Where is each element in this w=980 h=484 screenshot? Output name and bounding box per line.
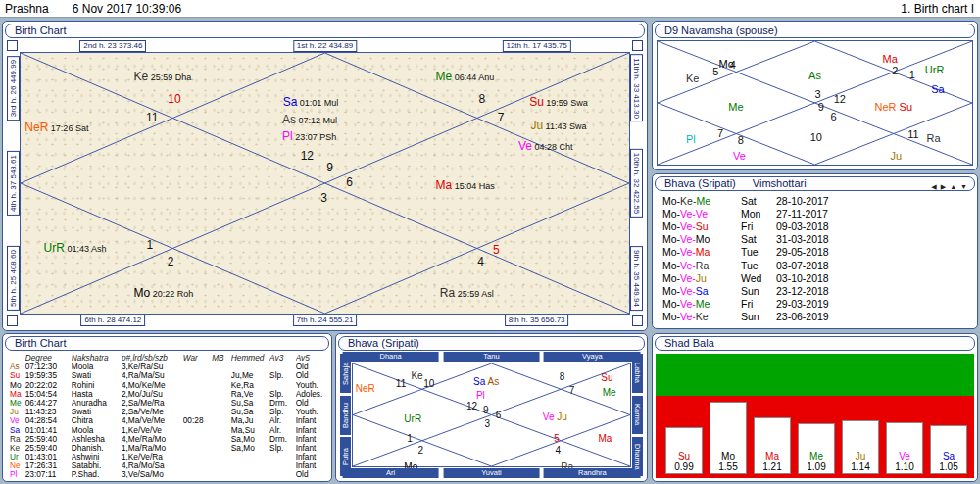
house-number: 6 <box>346 176 353 188</box>
north-chart-lines-icon <box>658 41 972 165</box>
dasha-row[interactable]: Mo-Ve-VeMon27-11-2017 <box>656 207 974 219</box>
panel-planet-table: Birth Chart DegreeNakshatrap#,lrd/sb/szb… <box>2 333 332 482</box>
shadbala-bar: Mo1.55 <box>710 402 747 474</box>
table-row: Ve04:28:54Chitra4,Ma/Ve/Me00:28Ma,JuAlr.… <box>6 416 328 425</box>
house-number: 10 <box>168 93 180 105</box>
planet-label: Ke <box>411 366 422 382</box>
shadbala-bar: Ju1.14 <box>842 420 879 474</box>
planet-label: Me 06:44 Anu <box>436 68 495 83</box>
planet-label: UrR <box>925 61 945 76</box>
dasha-row[interactable]: Mo-Ke-MeSat28-10-2017 <box>656 194 974 207</box>
vimshottari-title: Bhava (Sripati) Vimshottari ◀▶▲▼ <box>655 176 975 191</box>
shadbala-bar-planet: Sa <box>943 451 955 461</box>
shadbala-bar: Sa1.05 <box>930 425 967 474</box>
dasha-row[interactable]: Mo-Ve-RaTue03-07-2018 <box>656 259 974 271</box>
dasha-date: 09-03-2018 <box>776 220 829 232</box>
dasha-row[interactable]: Mo-Ve-SaSun23-12-2018 <box>656 284 974 297</box>
shadbala-bar-value: 1.21 <box>762 461 781 473</box>
shadbala-bar-planet: Ma <box>765 451 779 461</box>
bhava-house-label: Vyaya <box>544 352 641 362</box>
table-row: Pl23:07:11P.Shad.3,Ve/Sa/MoOld <box>6 470 328 478</box>
planet-label: Ra <box>926 129 940 145</box>
house-number: 2 <box>892 66 898 76</box>
table-row: Me06:44:27Anuradha2,Sa/Me/RaSu,SaDrm.Old <box>6 399 328 408</box>
chart-selector[interactable]: 1. Birth chart I <box>901 2 974 16</box>
dasha-row[interactable]: Mo-Ve-JuWed03-10-2018 <box>656 271 974 284</box>
d9-title: D9 Navamsha (spouse) <box>655 24 975 38</box>
house-number: 8 <box>560 372 565 382</box>
planet-label: As 07:12 Mul <box>282 111 337 126</box>
dasha-row[interactable]: Mo-Ve-MaTue29-05-2018 <box>656 246 974 259</box>
planet-label: As <box>808 67 821 82</box>
north-chart-lines-icon <box>21 53 629 314</box>
dasha-row[interactable]: Mo-Ve-SuFri09-03-2018 <box>656 219 974 232</box>
panel-d9-navamsha: D9 Navamsha (spouse) MoKe54Ma21UrRSaAs31… <box>652 21 978 170</box>
dasha-date: 29-05-2018 <box>776 246 829 258</box>
birth-chart-title-text: Birth Chart <box>15 24 67 36</box>
dasha-row[interactable]: Mo-Ve-KeSun23-06-2019 <box>656 311 974 323</box>
dasha-scroll-left-icon[interactable]: ◀ <box>929 179 938 191</box>
dasha-scroll-down-icon[interactable]: ▼ <box>958 179 969 191</box>
dasha-day: Fri <box>741 220 776 232</box>
dasha-date: 03-10-2018 <box>776 272 829 284</box>
bhava-house-label: Putra <box>340 437 351 476</box>
house-number: 4 <box>730 60 736 71</box>
bhava-house-label: Dhana <box>342 352 439 362</box>
dasha-scroll-up-icon[interactable]: ▲ <box>948 179 958 191</box>
panel-vimshottari-dasha: Bhava (Sripati) Vimshottari ◀▶▲▼ Mo-Ke-M… <box>652 173 978 329</box>
planet-label: Su 19:59 Swa <box>529 93 588 109</box>
birth-chart-canvas[interactable]: Ke 25:59 Dha1011NeR 17:26 SatSa 01:01 Mu… <box>20 52 630 315</box>
dasha-lords: Mo-Ve-Ma <box>662 246 741 258</box>
panel-shadbala: Shad Bala Su0.99Mo1.55Ma1.21Me1.09Ju1.14… <box>652 333 978 482</box>
house-number: 7 <box>717 128 723 139</box>
bhava-house-label: Tanu <box>443 352 540 362</box>
vimshottari-title-text: Bhava (Sripati) <box>664 177 736 189</box>
dasha-row[interactable]: Mo-Ve-MoSat31-03-2018 <box>656 233 974 246</box>
shadbala-bar: Ve1.10 <box>886 422 923 474</box>
bhava-chart-frame: Ke1011NeRSa AsPl129638SuMe7UrRVe JuMa12M… <box>340 352 643 478</box>
bhava-chart-canvas[interactable]: Ke1011NeRSa AsPl129638SuMe7UrRVe JuMa12M… <box>352 363 631 467</box>
house-cusp-label: 5th h. 25 408.60 <box>7 246 20 311</box>
dasha-lords: Mo-Ve-Sa <box>662 285 741 297</box>
house-cusp-label: 4th h. 37 543.61 <box>7 151 20 216</box>
house-number: 4 <box>477 256 484 267</box>
chart-corner-box <box>632 40 643 51</box>
planet-label: Ma <box>598 429 612 445</box>
dasha-period-list[interactable]: Mo-Ke-MeSat28-10-2017Mo-Ve-VeMon27-11-20… <box>656 194 974 325</box>
house-cusp-label: 10th h. 32 422.55 <box>630 149 643 218</box>
planet-label: NeR Su <box>874 98 912 114</box>
table-row: Ju11:43:23Swati2,Sa/Ve/MeSu,SaSlp.Youth. <box>6 408 328 416</box>
house-number: 6 <box>831 112 837 122</box>
dasha-date: 28-10-2017 <box>776 195 829 207</box>
planet-label: UrR 01:43 Ash <box>44 239 107 255</box>
house-number: 7 <box>498 112 505 123</box>
dasha-date: 23-06-2019 <box>776 311 829 322</box>
dasha-row[interactable]: Mo-Ve-MeFri29-03-2019 <box>656 298 974 311</box>
dasha-scroll-right-icon[interactable]: ▶ <box>939 179 948 191</box>
house-number: 8 <box>479 93 486 105</box>
chart-corner-box <box>7 315 18 326</box>
dasha-lords: Mo-Ke-Me <box>662 195 741 207</box>
house-number: 5 <box>712 67 718 77</box>
house-number: 7 <box>569 386 575 396</box>
planet-label: Ve 04:28 Cht <box>518 137 573 153</box>
planet-label: Mo 20:22 Roh <box>134 284 194 300</box>
birth-chart-frame: Ke 25:59 Dha1011NeR 17:26 SatSa 01:01 Mu… <box>7 40 643 326</box>
table-header-row: DegreeNakshatrap#,lrd/sb/szbWarMBHemmedA… <box>6 354 328 363</box>
planet-label: Ve Ju <box>543 408 567 423</box>
chart-corner-box <box>632 315 643 326</box>
shadbala-bar: Ma1.21 <box>754 417 791 474</box>
house-number: 9 <box>483 406 489 415</box>
shadbala-title: Shad Bala <box>655 336 975 351</box>
panel-bhava-chart: Bhava (Sripati) Ke1011NeRSa AsPl129638Su… <box>335 333 648 482</box>
planet-label: Ma 15:04 Has <box>436 176 495 192</box>
planet-info-table: DegreeNakshatrap#,lrd/sb/szbWarMBHemmedA… <box>6 354 328 478</box>
house-cusp-label: 1st h. 22 434.89 <box>293 40 357 52</box>
planet-label: Pl <box>686 130 696 146</box>
dasha-day: Sun <box>741 311 776 322</box>
dasha-lords: Mo-Ve-Ke <box>662 311 741 322</box>
d9-chart-canvas[interactable]: MoKe54Ma21UrRSaAs3129MeNeR SuPl78Ve10611… <box>657 40 973 166</box>
house-number: 11 <box>146 112 158 123</box>
shadbala-bar: Su0.99 <box>665 427 703 474</box>
dasha-day: Tue <box>741 246 776 258</box>
